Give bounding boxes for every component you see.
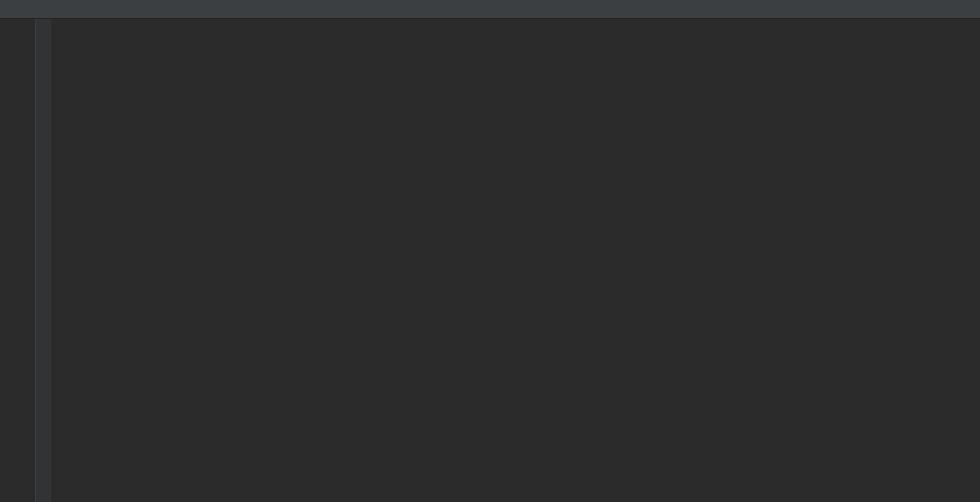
code-area[interactable]: res. bbox=[51, 19, 980, 502]
code-line[interactable] bbox=[60, 389, 980, 411]
code-line[interactable] bbox=[60, 128, 980, 150]
code-line[interactable] bbox=[60, 62, 980, 84]
code-editor: res. bbox=[0, 19, 980, 502]
code-line[interactable] bbox=[60, 324, 980, 345]
code-line[interactable] bbox=[60, 454, 980, 476]
code-line[interactable] bbox=[60, 193, 980, 215]
tab-bar bbox=[0, 0, 980, 19]
line-number-gutter bbox=[0, 19, 36, 502]
fold-gutter bbox=[36, 19, 51, 502]
code-line[interactable] bbox=[60, 258, 980, 280]
